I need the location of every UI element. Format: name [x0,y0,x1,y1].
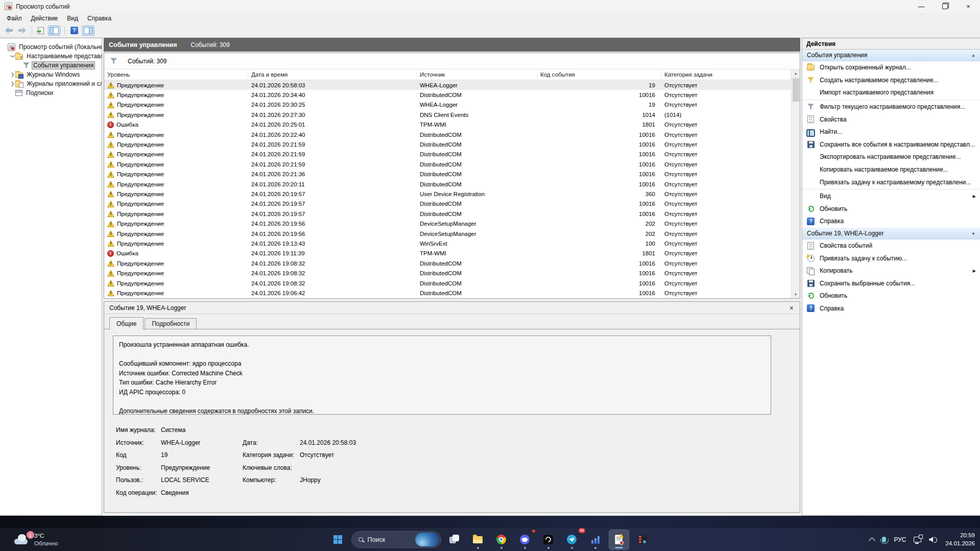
column-header-3[interactable]: Код события [537,69,661,80]
column-header-1[interactable]: Дата и время [248,69,417,80]
save-icon [807,141,815,148]
tree-item-1[interactable]: ❯Настраиваемые представле [0,52,102,61]
action-item[interactable]: Сохранить выбранные события... [802,277,980,290]
toolbar-button-export[interactable] [36,26,45,36]
menu-item-0[interactable]: Файл [2,14,27,23]
action-item[interactable]: ?Справка [802,215,980,228]
menu-item-1[interactable]: Действие [27,14,63,23]
collapse-icon[interactable]: ▲ [971,53,975,58]
create-view-funnel-icon [806,76,815,84]
table-row[interactable]: !Предупреждение24.01.2026 20:21:59Distri… [104,150,800,159]
restore-button-icon[interactable] [933,0,957,13]
table-row[interactable]: !Ошибка24.01.2026 19:11:39TPM-WMI1801Отс… [104,249,800,258]
action-item[interactable]: Найти... [802,126,980,138]
close-button-icon[interactable]: × [957,0,980,13]
table-row[interactable]: !Предупреждение24.01.2026 19:08:32Distri… [104,278,800,288]
taskbar-app-event-viewer[interactable] [609,530,629,550]
action-item[interactable]: Экспортировать настраиваемое представлен… [802,151,980,163]
expander-icon[interactable]: ❯ [10,81,15,86]
action-item[interactable]: Свойства [802,113,980,126]
toolbar-button-console-tree[interactable] [48,26,60,36]
tray-overflow-chevron-icon[interactable] [869,537,876,544]
weather-widget[interactable]: 1 3°C Облачно [11,528,61,551]
table-row[interactable]: !Предупреждение24.01.2026 20:21:59Distri… [104,159,800,169]
clock[interactable]: 20:59 24.01.2026 [945,532,975,547]
scroll-up-icon[interactable]: ▲ [792,69,800,77]
action-item[interactable]: ?Справка [802,302,980,315]
table-row[interactable]: !Предупреждение24.01.2026 20:19:57User D… [104,189,800,199]
actions-section-header-1[interactable]: Событие 19, WHEA-Logger▲ [802,228,980,239]
menu-item-2[interactable]: Вид [62,14,83,23]
toolbar-button-action-pane[interactable] [82,26,94,36]
events-scrollbar[interactable]: ▲ ▼ [791,69,800,298]
action-item[interactable]: Свойства событий [802,239,980,252]
tab-general[interactable]: Общие [109,317,144,329]
table-row[interactable]: !Предупреждение24.01.2026 20:19:56Device… [104,229,800,238]
taskbar-app-file-explorer[interactable] [468,530,488,550]
action-item[interactable]: Привязать задачу к событию... [802,252,980,265]
microphone-icon[interactable] [882,537,886,542]
action-item[interactable]: Вид▶ [802,190,980,203]
taskbar-app-video-editor[interactable] [632,530,653,550]
tree-item-0[interactable]: Просмотр событий (Локальнь [0,42,102,52]
table-row[interactable]: !Предупреждение24.01.2026 20:34:40Distri… [104,90,800,100]
table-row[interactable]: !Предупреждение24.01.2026 19:08:32Distri… [104,258,800,268]
toolbar-button-back[interactable] [4,26,14,35]
tree-item-4[interactable]: ❯Журналы приложений и сл [0,79,102,88]
toolbar-button-help[interactable]: ? [69,25,80,36]
action-item[interactable]: Импорт настраиваемого представления [802,86,980,99]
action-item[interactable]: Сохранить все события в настраиваемом пр… [802,138,980,151]
action-item[interactable]: Обновить [802,203,980,215]
start-button[interactable] [328,530,348,550]
table-row[interactable]: !Предупреждение24.01.2026 20:21:59Distri… [104,139,800,149]
action-item[interactable]: Создать настраиваемое представление... [802,74,980,87]
table-row[interactable]: !Предупреждение24.01.2026 20:58:03WHEA-L… [104,80,800,90]
table-row[interactable]: !Предупреждение24.01.2026 19:06:42Distri… [104,288,800,298]
close-preview-icon[interactable]: × [790,304,794,312]
minimize-button-icon[interactable]: — [910,0,933,13]
tree-item-5[interactable]: Подписки [0,88,102,98]
table-row[interactable]: !Предупреждение24.01.2026 20:19:56Device… [104,219,800,228]
action-item[interactable]: Фильтр текущего настраиваемого представл… [802,101,980,113]
column-header-4[interactable]: Категория задачи [661,69,791,80]
table-row[interactable]: !Предупреждение24.01.2026 20:22:40Distri… [104,130,800,139]
action-item-label: Создать настраиваемое представление... [820,77,939,84]
actions-section-header-0[interactable]: События управления▲ [802,50,980,61]
taskbar-app-chrome[interactable] [491,530,512,550]
action-item[interactable]: Копировать настраиваемое представление..… [802,163,980,176]
action-item[interactable]: Привязать задачу к настраиваемому предст… [802,176,980,188]
language-indicator[interactable]: РУС [894,536,906,543]
column-header-0[interactable]: Уровень [104,69,248,80]
collapse-icon[interactable]: ▲ [971,231,975,235]
action-item[interactable]: Копировать▶ [802,265,980,277]
scrollbar-thumb[interactable] [793,78,799,102]
scroll-down-icon[interactable]: ▼ [792,291,800,298]
tree-item-2[interactable]: События управления [0,61,102,70]
table-row[interactable]: !Предупреждение24.01.2026 20:21:36Distri… [104,170,800,179]
expander-icon[interactable]: ❯ [10,72,15,77]
table-row[interactable]: !Предупреждение24.01.2026 19:13:43WinSrv… [104,238,800,248]
volume-icon[interactable] [929,536,938,543]
network-icon[interactable] [914,537,921,542]
action-item[interactable]: Открыть сохраненный журнал... [802,61,980,74]
toolbar-button-forward[interactable] [17,26,28,35]
taskbar-app-stats-app[interactable] [585,530,606,550]
table-row[interactable]: !Предупреждение24.01.2026 20:19:57Distri… [104,209,800,219]
taskbar-app-discord[interactable] [515,530,535,550]
table-row[interactable]: !Предупреждение24.01.2026 20:20:11Distri… [104,179,800,189]
table-row[interactable]: !Предупреждение24.01.2026 20:19:57Distri… [104,199,800,209]
expander-icon[interactable]: ❯ [10,54,15,59]
taskbar-app-dark-ring-app[interactable] [538,530,559,550]
menu-item-3[interactable]: Справка [83,14,116,23]
taskbar-app-telegram[interactable]: 88 [562,530,582,550]
table-row[interactable]: !Предупреждение24.01.2026 20:30:25WHEA-L… [104,100,800,110]
tab-details[interactable]: Подробности [145,318,197,329]
tree-item-3[interactable]: ❯Журналы Windows [0,70,102,79]
table-row[interactable]: !Предупреждение24.01.2026 19:08:32Distri… [104,268,800,278]
search-input[interactable]: Поиск [351,531,441,548]
action-item[interactable]: Обновить [802,290,980,302]
table-row[interactable]: !Предупреждение24.01.2026 20:27:30DNS Cl… [104,110,800,119]
taskbar-app-task-view[interactable] [444,530,465,550]
column-header-2[interactable]: Источник [417,69,537,80]
table-row[interactable]: !Ошибка24.01.2026 20:25:01TPM-WMI1801Отс… [104,120,800,130]
